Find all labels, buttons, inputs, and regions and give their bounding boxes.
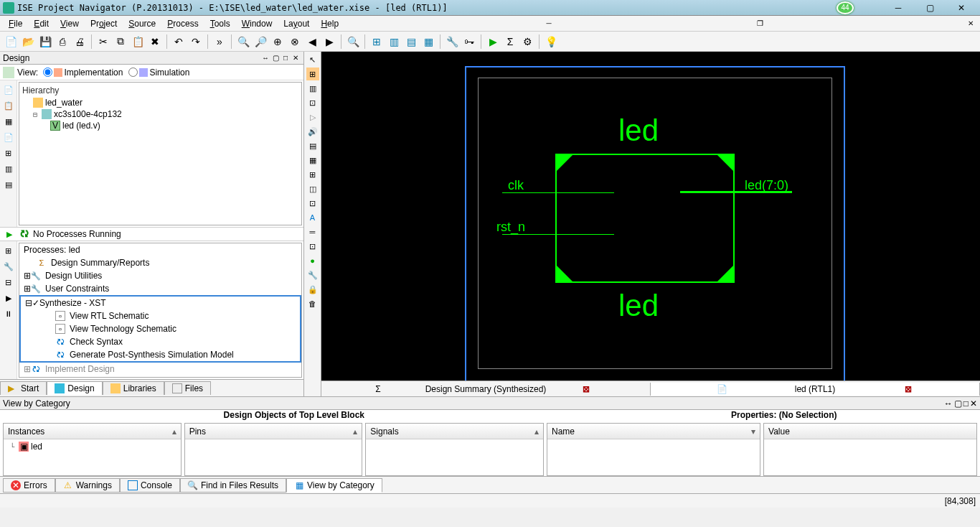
sort-icon[interactable]: ▴ <box>353 426 357 437</box>
menu-process[interactable]: Process <box>161 17 204 30</box>
tab-led-rtl[interactable]: 📄 led (RTL1) ⊠ <box>651 383 980 396</box>
layout4-icon[interactable]: ▦ <box>420 34 436 50</box>
sch-trash-icon[interactable]: 🗑 <box>306 297 319 310</box>
h-tb-1[interactable]: 📄 <box>2 83 15 96</box>
p-tb-5[interactable]: ⏸ <box>2 307 15 320</box>
sort-icon[interactable]: ▴ <box>534 426 539 437</box>
wrench-icon[interactable]: 🔧 <box>444 34 460 50</box>
sch-tb-8[interactable]: ▦ <box>306 154 319 167</box>
tab-warnings[interactable]: ⚠Warnings <box>55 478 120 493</box>
menu-tools[interactable]: Tools <box>204 17 236 30</box>
proc-check-syntax[interactable]: 🗘Check Syntax <box>21 335 300 348</box>
tab-start[interactable]: ▶Start <box>0 381 47 395</box>
delete-icon[interactable]: ✖ <box>147 34 163 50</box>
run-icon[interactable]: ▶ <box>485 34 501 50</box>
sch-sound-icon[interactable]: 🔊 <box>306 125 319 138</box>
collapse-icon[interactable]: ⊟ <box>31 111 39 118</box>
copy-icon[interactable]: ⧉ <box>113 34 128 50</box>
menu-help[interactable]: Help <box>315 17 344 30</box>
tab-find-results[interactable]: 🔍Find in Files Results <box>180 478 286 493</box>
sch-play-icon[interactable]: ▷ <box>306 111 319 123</box>
menu-window[interactable]: Window <box>236 17 278 30</box>
radio-simulation[interactable]: Simulation <box>128 67 189 78</box>
redo-icon[interactable]: ↷ <box>188 34 204 50</box>
tab-console[interactable]: Console <box>120 478 180 493</box>
p-tb-4[interactable]: ▶ <box>2 292 15 304</box>
sch-tb-17[interactable]: 🔒 <box>306 283 319 296</box>
close-button[interactable]: ✕ <box>946 1 977 15</box>
doc-close-button[interactable]: ✕ <box>964 18 977 29</box>
cut-icon[interactable]: ✂ <box>95 34 111 50</box>
instance-led[interactable]: └▣led <box>8 441 176 452</box>
doc-minimize-button[interactable]: ─ <box>542 18 555 29</box>
sort-icon[interactable]: ▴ <box>172 426 176 437</box>
sch-tb-10[interactable]: ◫ <box>306 182 319 195</box>
menu-edit[interactable]: Edit <box>28 17 55 30</box>
maximize-button[interactable]: ▢ <box>914 1 946 15</box>
open-icon[interactable]: 📂 <box>20 34 36 50</box>
h-tb-4[interactable]: 📄 <box>2 131 15 144</box>
run-green-icon[interactable]: ▶ <box>3 228 16 241</box>
menu-view[interactable]: View <box>55 17 85 30</box>
proc-implement[interactable]: ⊞🗘Implement Design <box>19 363 301 376</box>
h-tb-2[interactable]: 📋 <box>2 99 15 112</box>
p-tb-3[interactable]: ⊟ <box>2 276 15 289</box>
bp-restore-icon[interactable]: ▢ <box>954 398 962 409</box>
h-tb-6[interactable]: ▥ <box>2 162 15 175</box>
hierarchy-tree[interactable]: Hierarchy led_water ⊟ xc3s100e-4cp132 V … <box>19 82 302 225</box>
sort-icon[interactable]: ▾ <box>751 426 755 437</box>
tree-project[interactable]: led_water <box>22 97 298 108</box>
tab-errors[interactable]: ✕Errors <box>3 478 55 493</box>
more-icon[interactable]: » <box>212 34 227 50</box>
menu-file[interactable]: File <box>3 17 28 30</box>
radio-implementation[interactable]: Implementation <box>43 67 123 78</box>
bp-max-icon[interactable]: □ <box>963 398 969 409</box>
tree-device[interactable]: ⊟ xc3s100e-4cp132 <box>22 108 298 120</box>
doc-restore-button[interactable]: ❐ <box>753 18 766 29</box>
menu-layout[interactable]: Layout <box>278 17 315 30</box>
sch-tb-2[interactable]: ⊞ <box>306 67 319 80</box>
tab-libraries[interactable]: Libraries <box>103 381 164 395</box>
proc-constraints[interactable]: ⊞🔧User Constraints <box>19 282 301 295</box>
panel-max-icon[interactable]: □ <box>281 53 291 63</box>
paste-icon[interactable]: 📋 <box>130 34 146 50</box>
zoom-out-icon[interactable]: 🔎 <box>253 34 268 50</box>
tab-design[interactable]: Design <box>47 381 102 395</box>
col-value[interactable]: Value <box>763 423 977 476</box>
tab-close-icon[interactable]: ⊠ <box>583 384 590 394</box>
sch-tb-16[interactable]: 🔧 <box>306 269 319 281</box>
panel-restore-icon[interactable]: ▢ <box>270 53 281 63</box>
notification-badge[interactable]: 44 <box>837 1 854 14</box>
sch-go-icon[interactable]: ● <box>306 254 319 267</box>
col-name[interactable]: Name▾ <box>547 423 760 476</box>
tab-design-summary[interactable]: Σ Design Summary (Synthesized) ⊠ <box>321 383 651 396</box>
sch-tb-3[interactable]: ▥ <box>306 82 319 95</box>
layout3-icon[interactable]: ▤ <box>403 34 419 50</box>
tree-module-led[interactable]: V led (led.v) <box>22 120 298 131</box>
sigma-icon[interactable]: Σ <box>502 34 518 50</box>
back-icon[interactable]: ◀ <box>304 34 320 50</box>
proc-view-tech[interactable]: ▫View Technology Schematic <box>21 322 300 335</box>
bp-close-icon[interactable]: ✕ <box>970 398 977 409</box>
key-icon[interactable]: 🗝 <box>461 34 477 50</box>
find-icon[interactable]: 🔍 <box>345 34 361 50</box>
bulb-icon[interactable]: 💡 <box>543 34 559 50</box>
proc-summary[interactable]: ΣDesign Summary/Reports <box>19 256 301 269</box>
h-tb-7[interactable]: ▤ <box>2 178 15 191</box>
layout1-icon[interactable]: ⊞ <box>369 34 385 50</box>
sch-tb-13[interactable]: ═ <box>306 225 319 238</box>
save-all-icon[interactable]: ⎙ <box>55 34 70 50</box>
panel-close-icon[interactable]: ✕ <box>291 53 301 63</box>
zoom-in-icon[interactable]: 🔍 <box>235 34 251 50</box>
proc-view-rtl[interactable]: ▫View RTL Schematic <box>21 309 300 322</box>
sch-tb-14[interactable]: ⊡ <box>306 240 319 253</box>
col-instances[interactable]: Instances▴ └▣led <box>3 423 182 476</box>
proc-utilities[interactable]: ⊞🔧Design Utilities <box>19 269 301 282</box>
proc-gen-post[interactable]: 🗘Generate Post-Synthesis Simulation Mode… <box>21 348 300 361</box>
zoom-fit-icon[interactable]: ⊕ <box>270 34 286 50</box>
minimize-button[interactable]: ─ <box>882 1 914 15</box>
col-pins[interactable]: Pins▴ <box>184 423 363 476</box>
tab-close-icon[interactable]: ⊠ <box>905 384 912 394</box>
schematic-canvas[interactable]: led clk rst_n led(7:0) led <box>321 52 980 381</box>
undo-icon[interactable]: ↶ <box>171 34 187 50</box>
